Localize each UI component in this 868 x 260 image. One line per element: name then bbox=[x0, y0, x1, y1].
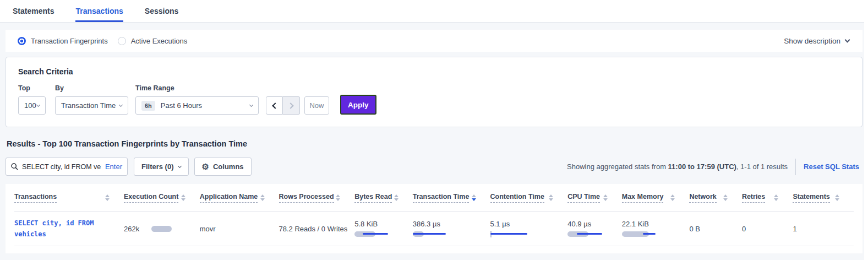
column-label: Execution Count bbox=[124, 193, 178, 203]
show-description-label: Show description bbox=[784, 37, 840, 45]
sort-arrows-icon[interactable] bbox=[723, 194, 728, 201]
search-criteria-title: Search Criteria bbox=[18, 67, 850, 76]
show-description-toggle[interactable]: Show description bbox=[784, 37, 849, 45]
chevron-down-icon bbox=[119, 102, 123, 106]
reset-sql-stats-link[interactable]: Reset SQL Stats bbox=[804, 162, 859, 171]
column-header-retries[interactable]: Retries bbox=[742, 184, 793, 212]
results-table-card: TransactionsExecution CountApplication N… bbox=[6, 184, 862, 253]
tab-sessions[interactable]: Sessions bbox=[145, 0, 178, 22]
columns-button[interactable]: ⚙ Columns bbox=[194, 158, 252, 176]
scrollbar-track[interactable] bbox=[864, 0, 868, 260]
time-range-control: Time Range 6h Past 6 Hours bbox=[128, 84, 259, 115]
cell-value: 78.2 Reads / 0 Writes bbox=[279, 225, 348, 233]
sort-arrows-icon[interactable] bbox=[774, 194, 778, 201]
column-header-execution-count[interactable]: Execution Count bbox=[124, 184, 200, 212]
stat-bar bbox=[490, 231, 537, 237]
column-label: Retries bbox=[742, 193, 765, 203]
sort-arrows-icon[interactable] bbox=[181, 194, 185, 201]
time-nav-group bbox=[266, 96, 300, 115]
cell-contention-time: 5.1 µs bbox=[490, 212, 568, 246]
next-time-button[interactable] bbox=[283, 96, 300, 115]
search-enter-button[interactable]: Enter bbox=[105, 162, 122, 171]
stat-value: 22.1 KiB bbox=[622, 220, 690, 228]
cell-network: 0 B bbox=[689, 212, 742, 246]
sort-arrows-icon[interactable] bbox=[472, 194, 476, 201]
sort-arrows-icon[interactable] bbox=[835, 194, 839, 201]
time-range-select[interactable]: 6h Past 6 Hours bbox=[135, 96, 259, 115]
column-header-transaction-time[interactable]: Transaction Time bbox=[413, 184, 490, 212]
column-label: Application Name bbox=[200, 193, 258, 203]
sort-arrows-icon[interactable] bbox=[603, 194, 608, 201]
divider bbox=[795, 159, 796, 175]
radio-active-executions[interactable]: Active Executions bbox=[118, 37, 188, 45]
transactions-table: TransactionsExecution CountApplication N… bbox=[14, 184, 854, 246]
top-select[interactable]: 100 bbox=[18, 96, 46, 115]
stat-value: 386.3 µs bbox=[413, 220, 490, 228]
stat-value: 5.1 µs bbox=[490, 220, 568, 228]
stat-bar bbox=[354, 231, 401, 237]
sort-arrows-icon[interactable] bbox=[336, 194, 340, 201]
time-range-label: Time Range bbox=[135, 84, 259, 92]
search-criteria-card: Search Criteria Top 100 By Transaction T… bbox=[6, 57, 862, 127]
time-range-value: Past 6 Hours bbox=[161, 101, 202, 110]
column-header-contention-time[interactable]: Contention Time bbox=[490, 184, 568, 212]
count-bar bbox=[151, 226, 172, 232]
tab-statements[interactable]: Statements bbox=[13, 0, 54, 22]
by-select[interactable]: Transaction Time bbox=[55, 96, 128, 115]
cell-cpu-time: 40.9 µs bbox=[567, 212, 622, 246]
now-button[interactable]: Now bbox=[304, 96, 329, 115]
chevron-left-icon bbox=[272, 102, 278, 109]
column-header-statements[interactable]: Statements bbox=[793, 184, 854, 212]
stat-bar bbox=[413, 231, 460, 237]
by-select-value: Transaction Time bbox=[61, 101, 116, 110]
page-tabbar: Statements Transactions Sessions bbox=[0, 0, 868, 23]
transaction-fingerprint-link[interactable]: SELECT city, id FROM vehicles bbox=[14, 218, 109, 240]
cell-execution-count: 262k bbox=[124, 212, 200, 246]
filters-button[interactable]: Filters (0) bbox=[134, 158, 189, 176]
top-control: Top 100 bbox=[18, 84, 46, 115]
column-label: CPU Time bbox=[567, 193, 600, 203]
column-label: Contention Time bbox=[490, 193, 544, 203]
radio-transaction-fingerprints[interactable]: Transaction Fingerprints bbox=[18, 37, 108, 45]
stat-value: 40.9 µs bbox=[567, 220, 622, 228]
column-label: Network bbox=[689, 193, 716, 203]
search-input[interactable]: SELECT city, id FROM vehicles W Enter bbox=[6, 158, 128, 176]
column-label: Max Memory bbox=[622, 193, 664, 203]
top-label: Top bbox=[18, 84, 46, 92]
sort-arrows-icon[interactable] bbox=[549, 194, 553, 201]
view-toggle-bar: Transaction Fingerprints Active Executio… bbox=[6, 30, 862, 52]
columns-label: Columns bbox=[213, 162, 244, 171]
gear-icon: ⚙ bbox=[202, 162, 209, 171]
column-header-bytes-read[interactable]: Bytes Read bbox=[354, 184, 413, 212]
column-header-cpu-time[interactable]: CPU Time bbox=[567, 184, 622, 212]
radio-label: Transaction Fingerprints bbox=[31, 37, 108, 45]
column-header-application-name[interactable]: Application Name bbox=[200, 184, 279, 212]
sort-arrows-icon[interactable] bbox=[105, 194, 110, 201]
cell-retries: 0 bbox=[742, 212, 793, 246]
filters-label: Filters (0) bbox=[141, 162, 174, 171]
column-header-max-memory[interactable]: Max Memory bbox=[622, 184, 690, 212]
stat-bar bbox=[567, 231, 614, 237]
results-controls-row: SELECT city, id FROM vehicles W Enter Fi… bbox=[6, 158, 862, 176]
cell-value: 1 bbox=[793, 225, 796, 233]
column-header-transaction[interactable]: Transactions bbox=[14, 184, 124, 212]
sort-arrows-icon[interactable] bbox=[260, 194, 265, 201]
column-label: Transaction Time bbox=[413, 193, 470, 203]
tab-transactions[interactable]: Transactions bbox=[75, 0, 123, 22]
stat-bar bbox=[622, 231, 669, 237]
sort-arrows-icon[interactable] bbox=[394, 194, 398, 201]
column-header-network[interactable]: Network bbox=[689, 184, 742, 212]
previous-time-button[interactable] bbox=[266, 96, 283, 115]
column-header-rows-processed[interactable]: Rows Processed bbox=[279, 184, 355, 212]
chevron-down-icon bbox=[249, 102, 253, 106]
chevron-down-icon bbox=[36, 102, 40, 106]
radio-selected-icon bbox=[18, 37, 26, 45]
stat-value: 262k bbox=[124, 225, 139, 233]
cell-max-memory: 22.1 KiB bbox=[622, 212, 690, 246]
stat-value: 5.8 KiB bbox=[354, 220, 413, 228]
column-label: Transactions bbox=[14, 193, 57, 203]
by-control: By Transaction Time bbox=[46, 84, 128, 115]
column-label: Rows Processed bbox=[279, 193, 334, 203]
sort-arrows-icon[interactable] bbox=[670, 194, 675, 201]
apply-button[interactable]: Apply bbox=[340, 95, 376, 115]
